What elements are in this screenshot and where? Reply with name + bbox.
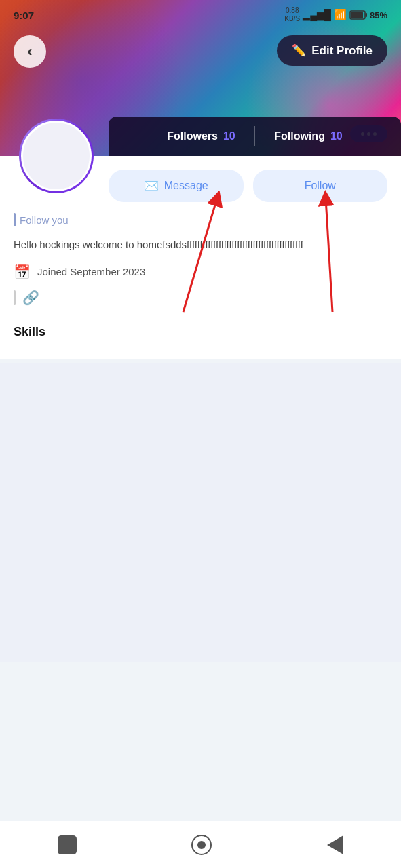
edit-profile-button[interactable]: ✏️ Edit Profile	[277, 35, 387, 66]
edit-profile-label: Edit Profile	[311, 44, 373, 58]
link-icon: 🔗	[22, 290, 39, 306]
message-label: Message	[164, 180, 208, 192]
signal-icon: ▂▄▆█	[303, 9, 331, 20]
battery-percent: 85%	[370, 10, 387, 20]
joined-row: 📅 Joined September 2023	[0, 261, 401, 287]
calendar-icon: 📅	[14, 264, 31, 280]
stats-bar: Followers 10 Following 10	[109, 117, 401, 156]
following-label: Following	[274, 130, 325, 142]
message-icon: ✉️	[144, 178, 159, 193]
following-stat[interactable]: Following 10	[255, 130, 361, 142]
followers-label: Followers	[167, 130, 218, 142]
message-button[interactable]: ✉️ Message	[109, 170, 244, 202]
follow-button[interactable]: Follow	[253, 170, 388, 202]
avatar	[21, 121, 92, 191]
following-count: 10	[330, 130, 343, 142]
svg-rect-2	[365, 13, 367, 17]
bio-text: Hello hockings welcome to homefsddsfffff…	[0, 233, 401, 261]
follow-you-text: Follow you	[20, 214, 69, 226]
nav-circle-button[interactable]	[191, 835, 212, 855]
followers-stat[interactable]: Followers 10	[148, 130, 254, 142]
nav-square-button[interactable]	[58, 835, 77, 854]
link-bar	[14, 290, 16, 305]
follow-you-bar	[14, 213, 16, 226]
content-area	[0, 363, 401, 662]
status-icons: 0.88KB/S ▂▄▆█ 📶 85%	[284, 7, 387, 23]
follow-label: Follow	[305, 180, 336, 192]
network-speed: 0.88KB/S	[284, 7, 300, 23]
nav-circle-inner	[197, 841, 206, 849]
battery-icon	[349, 10, 367, 20]
link-row: 🔗	[0, 287, 401, 315]
svg-rect-1	[351, 12, 363, 18]
skills-section: Skills	[0, 315, 401, 353]
status-bar: 9:07 0.88KB/S ▂▄▆█ 📶 85%	[0, 0, 401, 30]
skills-title: Skills	[14, 325, 387, 339]
followers-count: 10	[223, 130, 235, 142]
back-icon: ‹	[27, 43, 32, 60]
follow-you-row: Follow you	[0, 212, 401, 233]
joined-date: Joined September 2023	[37, 266, 145, 277]
avatar-wrapper	[19, 119, 94, 193]
edit-icon: ✏️	[292, 43, 306, 58]
nav-back-button[interactable]	[327, 835, 343, 854]
profile-section: ✉️ Message Follow Follow you Hello hocki…	[0, 156, 401, 359]
wifi-icon: 📶	[334, 9, 347, 21]
back-button[interactable]: ‹	[14, 35, 46, 68]
nav-bar	[0, 821, 401, 868]
status-time: 9:07	[14, 9, 34, 21]
